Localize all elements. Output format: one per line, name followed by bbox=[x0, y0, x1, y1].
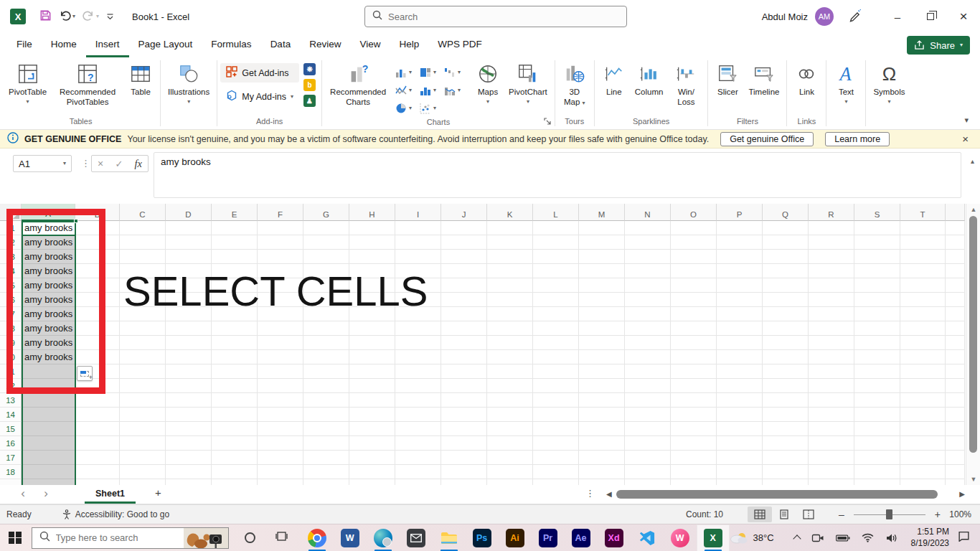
cell-Q14[interactable] bbox=[763, 408, 809, 422]
cell-P19[interactable] bbox=[717, 479, 763, 485]
cell-I14[interactable] bbox=[395, 408, 441, 422]
cell-B9[interactable] bbox=[75, 336, 120, 350]
cell-Q5[interactable] bbox=[763, 278, 809, 293]
cell-F11[interactable] bbox=[258, 364, 303, 379]
cell-B3[interactable] bbox=[75, 250, 120, 264]
recommended-pivottables-button[interactable]: ? Recommended PivotTables bbox=[51, 60, 124, 108]
new-sheet-button[interactable]: + bbox=[155, 486, 161, 499]
cell-N11[interactable] bbox=[625, 364, 671, 379]
cell-J13[interactable] bbox=[441, 393, 487, 408]
cell-M3[interactable] bbox=[579, 250, 625, 264]
taskbar-app-mail[interactable] bbox=[400, 524, 433, 551]
cell-H3[interactable] bbox=[349, 250, 395, 264]
taskbar-app-illustrator[interactable]: Ai bbox=[499, 524, 532, 551]
cell-R3[interactable] bbox=[809, 250, 854, 264]
cell-A14[interactable] bbox=[22, 408, 75, 422]
taskbar-app-premiere[interactable]: Pr bbox=[532, 524, 565, 551]
taskbar-app-xd[interactable]: Xd bbox=[598, 524, 631, 551]
slicer-button[interactable]: Slicer bbox=[711, 60, 744, 98]
cell-O1[interactable] bbox=[671, 221, 717, 235]
cell-M11[interactable] bbox=[579, 364, 625, 379]
cell-S2[interactable] bbox=[854, 235, 900, 250]
cell-I13[interactable] bbox=[395, 393, 441, 408]
cell-M13[interactable] bbox=[579, 393, 625, 408]
cell-R17[interactable] bbox=[809, 451, 854, 465]
row-header-18[interactable]: 18 bbox=[0, 465, 22, 479]
cell-J14[interactable] bbox=[441, 408, 487, 422]
cell-B15[interactable] bbox=[75, 422, 120, 436]
cell-L1[interactable] bbox=[533, 221, 579, 235]
cell-R10[interactable] bbox=[809, 350, 854, 364]
cell-B19[interactable] bbox=[75, 479, 120, 485]
zoom-level[interactable]: 100% bbox=[943, 509, 971, 519]
cell-T7[interactable] bbox=[900, 307, 946, 321]
cell-Q17[interactable] bbox=[763, 451, 809, 465]
cell-S16[interactable] bbox=[854, 436, 900, 451]
sparkline-line-button[interactable]: Line bbox=[598, 60, 631, 98]
row-header-14[interactable]: 14 bbox=[0, 408, 22, 422]
cell-I3[interactable] bbox=[395, 250, 441, 264]
cell-J9[interactable] bbox=[441, 336, 487, 350]
undo-button[interactable]: ▾ bbox=[57, 8, 77, 26]
row-header-10[interactable]: 10 bbox=[0, 350, 22, 364]
tab-page-layout[interactable]: Page Layout bbox=[129, 33, 202, 57]
cell-A1[interactable]: amy brooks bbox=[22, 221, 75, 235]
cell-E13[interactable] bbox=[212, 393, 258, 408]
cell-N9[interactable] bbox=[625, 336, 671, 350]
cell-L6[interactable] bbox=[533, 293, 579, 307]
cell-A5[interactable]: amy brooks bbox=[22, 278, 75, 293]
cell-T10[interactable] bbox=[900, 350, 946, 364]
cell-D16[interactable] bbox=[166, 436, 212, 451]
cell-O4[interactable] bbox=[671, 264, 717, 278]
row-header-12[interactable]: 12 bbox=[0, 379, 22, 393]
cell-Q6[interactable] bbox=[763, 293, 809, 307]
row-header-2[interactable]: 2 bbox=[0, 235, 22, 250]
cell-C17[interactable] bbox=[120, 451, 166, 465]
column-header-M[interactable]: M bbox=[579, 204, 625, 221]
cell-M7[interactable] bbox=[579, 307, 625, 321]
cell-B7[interactable] bbox=[75, 307, 120, 321]
cell-B13[interactable] bbox=[75, 393, 120, 408]
next-sheet-button[interactable]: › bbox=[39, 486, 53, 501]
cell-overflow-5[interactable] bbox=[946, 278, 965, 293]
cell-M19[interactable] bbox=[579, 479, 625, 485]
cell-E6[interactable] bbox=[212, 293, 258, 307]
show-hidden-icons-button[interactable] bbox=[794, 534, 800, 542]
cell-R11[interactable] bbox=[809, 364, 854, 379]
cell-D5[interactable] bbox=[166, 278, 212, 293]
cell-T19[interactable] bbox=[900, 479, 946, 485]
text-button[interactable]: A Text ▾ bbox=[829, 60, 862, 105]
taskbar-app-file-explorer[interactable] bbox=[433, 524, 466, 551]
cell-M12[interactable] bbox=[579, 379, 625, 393]
cell-E11[interactable] bbox=[212, 364, 258, 379]
cell-T13[interactable] bbox=[900, 393, 946, 408]
cell-O7[interactable] bbox=[671, 307, 717, 321]
cell-I5[interactable] bbox=[395, 278, 441, 293]
start-button[interactable] bbox=[9, 532, 22, 545]
cell-F10[interactable] bbox=[258, 350, 303, 364]
cell-E18[interactable] bbox=[212, 465, 258, 479]
cell-A2[interactable]: amy brooks bbox=[22, 235, 75, 250]
cell-C2[interactable] bbox=[120, 235, 166, 250]
cell-E16[interactable] bbox=[212, 436, 258, 451]
cell-L9[interactable] bbox=[533, 336, 579, 350]
cell-H13[interactable] bbox=[349, 393, 395, 408]
tab-help[interactable]: Help bbox=[390, 33, 428, 57]
cell-overflow-13[interactable] bbox=[946, 393, 965, 408]
cell-J16[interactable] bbox=[441, 436, 487, 451]
normal-view-button[interactable] bbox=[748, 507, 772, 522]
cell-J6[interactable] bbox=[441, 293, 487, 307]
row-header-6[interactable]: 6 bbox=[0, 293, 22, 307]
cell-K19[interactable] bbox=[487, 479, 533, 485]
bing-maps-addin-icon[interactable]: b bbox=[303, 79, 316, 91]
cell-L18[interactable] bbox=[533, 465, 579, 479]
cell-T1[interactable] bbox=[900, 221, 946, 235]
cell-C4[interactable] bbox=[120, 264, 166, 278]
column-header-K[interactable]: K bbox=[487, 204, 533, 221]
cell-overflow-19[interactable] bbox=[946, 479, 965, 485]
column-header-B[interactable]: B bbox=[75, 204, 120, 221]
cell-A3[interactable]: amy brooks bbox=[22, 250, 75, 264]
cell-L10[interactable] bbox=[533, 350, 579, 364]
cell-G15[interactable] bbox=[303, 422, 349, 436]
taskbar-app-filmora[interactable]: W bbox=[664, 524, 697, 551]
